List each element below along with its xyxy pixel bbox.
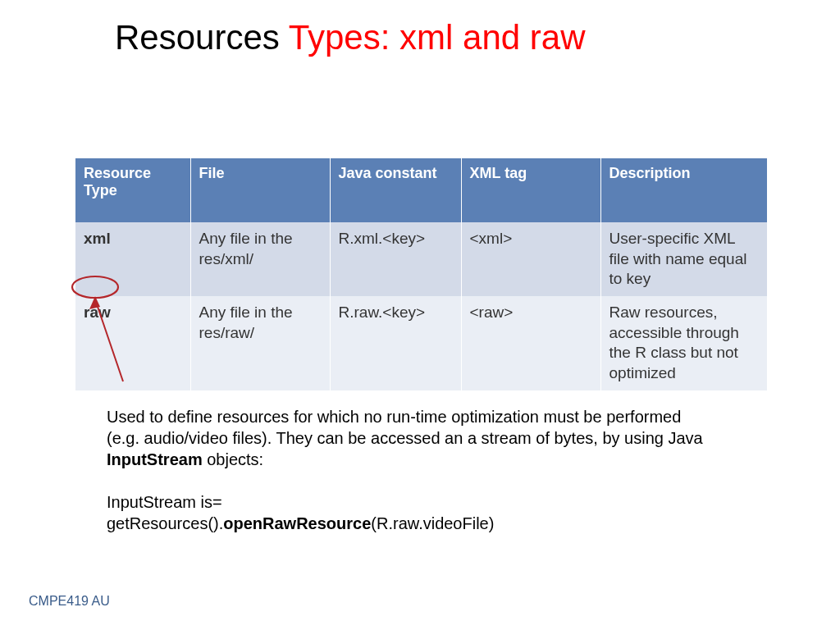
cell-rt: raw	[75, 296, 190, 390]
body-p1c: objects:	[203, 450, 263, 468]
cell-desc: User-specific XML file with name equal t…	[600, 222, 767, 296]
body-paragraph-2: InputStream is= getResources().openRawRe…	[107, 491, 714, 534]
table-row: raw Any file in the res/raw/ R.raw.<key>…	[75, 296, 767, 390]
cell-jc: R.xml.<key>	[330, 222, 461, 296]
table-header-row: Resource Type File Java constant XML tag…	[75, 158, 767, 222]
th-description: Description	[600, 158, 767, 222]
cell-tag: <xml>	[461, 222, 600, 296]
cell-file: Any file in the res/xml/	[190, 222, 330, 296]
body-text: Used to define resources for which no ru…	[107, 406, 714, 555]
cell-jc: R.raw.<key>	[330, 296, 461, 390]
th-java-constant: Java constant	[330, 158, 461, 222]
cell-tag: <raw>	[461, 296, 600, 390]
body-p1a: Used to define resources for which no ru…	[107, 408, 703, 447]
table-row: xml Any file in the res/xml/ R.xml.<key>…	[75, 222, 767, 296]
cell-desc: Raw resources, accessible through the R …	[600, 296, 767, 390]
th-file: File	[190, 158, 330, 222]
slide-title: Resources Types: xml and raw	[115, 18, 585, 57]
body-p2d: (R.raw.videoFile)	[371, 514, 494, 532]
body-p2c: openRawResource	[223, 514, 371, 532]
th-xml-tag: XML tag	[461, 158, 600, 222]
body-p2a: InputStream is=	[107, 493, 222, 511]
title-red: Types: xml and raw	[289, 18, 586, 57]
cell-rt: xml	[75, 222, 190, 296]
body-p2b: getResources().	[107, 514, 223, 532]
footer-label: CMPE419 AU	[29, 594, 110, 609]
cell-file: Any file in the res/raw/	[190, 296, 330, 390]
body-p1b: InputStream	[107, 450, 203, 468]
body-paragraph-1: Used to define resources for which no ru…	[107, 406, 714, 470]
resource-table: Resource Type File Java constant XML tag…	[75, 158, 767, 390]
title-black: Resources	[115, 18, 289, 57]
th-resource-type: Resource Type	[75, 158, 190, 222]
